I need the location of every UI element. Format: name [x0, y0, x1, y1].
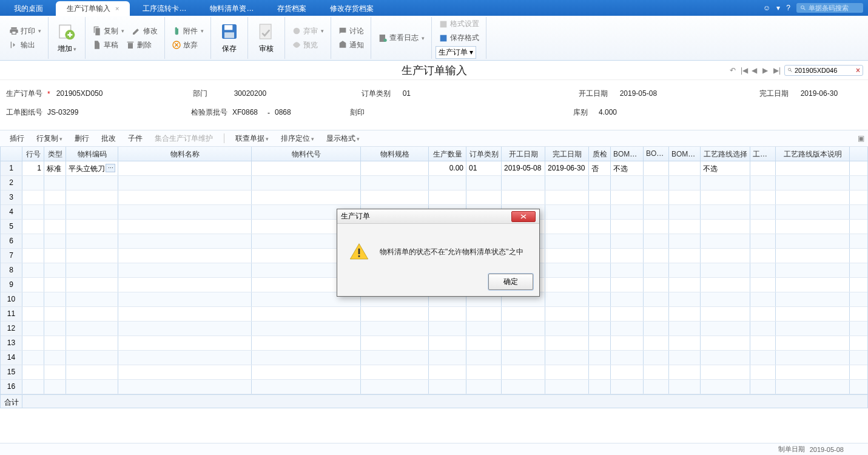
svg-rect-13: [358, 255, 360, 257]
svg-rect-12: [358, 249, 360, 254]
dialog-title: 生产订单: [341, 211, 370, 221]
dialog-mask: 生产订单 物料清单的状态不在"允许物料清单状态"之中 确定: [0, 0, 868, 455]
dialog-close-button[interactable]: [511, 211, 536, 222]
dialog: 生产订单 物料清单的状态不在"允许物料清单状态"之中 确定: [337, 209, 540, 297]
dialog-title-bar: 生产订单: [337, 209, 539, 224]
close-icon: [520, 214, 527, 220]
dialog-message: 物料清单的状态不在"允许物料清单状态"之中: [380, 247, 523, 257]
warning-icon: [349, 242, 369, 261]
dialog-ok-button[interactable]: 确定: [488, 274, 533, 290]
